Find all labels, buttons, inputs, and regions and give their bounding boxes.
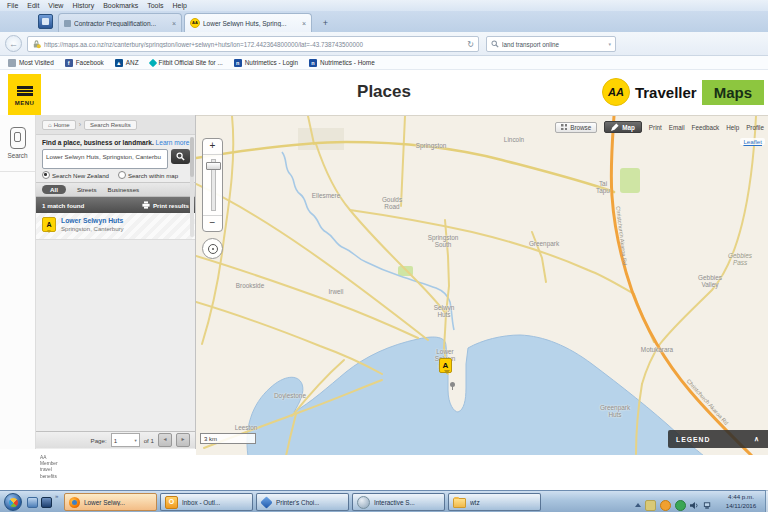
- menu-bookmarks[interactable]: Bookmarks: [103, 2, 138, 9]
- tray-green-icon[interactable]: [675, 500, 686, 511]
- pinned-app-icon[interactable]: [38, 14, 53, 29]
- zoom-out-button[interactable]: −: [203, 215, 222, 231]
- profile-link[interactable]: Profile: [746, 124, 764, 131]
- network-icon[interactable]: [703, 496, 712, 512]
- taskbar-interactive-button[interactable]: Interactive S...: [352, 493, 445, 511]
- taskbar-folder-button[interactable]: wtz: [448, 493, 541, 511]
- radio-search-nz[interactable]: Search New Zealand: [42, 171, 109, 179]
- taskbar-firefox-button[interactable]: Lower Selwy...: [64, 493, 157, 511]
- tab-businesses[interactable]: Businesses: [108, 186, 140, 193]
- search-button[interactable]: [171, 149, 190, 164]
- browse-toggle-button[interactable]: Browse: [555, 122, 597, 133]
- bookmark-nutrimetics-home[interactable]: n Nutrimetics - Home: [309, 59, 375, 67]
- bookmark-nutrimetics-login[interactable]: n Nutrimetics - Login: [234, 59, 298, 67]
- learn-more-link[interactable]: Learn more: [156, 139, 190, 146]
- pager-next-button[interactable]: ▸: [176, 433, 190, 447]
- tab-lower-selwyn-huts[interactable]: AA Lower Selwyn Huts, Spring... ×: [184, 13, 312, 32]
- search-dropdown-icon[interactable]: ▾: [608, 41, 611, 47]
- search-sidebar: ⌂ Home › Search Results Find a place, bu…: [36, 115, 196, 449]
- tab-all[interactable]: All: [42, 185, 66, 194]
- desktop: File Edit View History Bookmarks Tools H…: [0, 0, 768, 512]
- aa-member-benefits-tab[interactable]: AA Member travel benefits: [36, 450, 82, 490]
- tab-contractor-prequalification[interactable]: Contractor Prequalification... ×: [58, 13, 182, 32]
- map-toggle-button[interactable]: Map: [604, 121, 642, 133]
- map-canvas[interactable]: Springston Lincoln Tai Tapu Ellesmere Go…: [196, 115, 768, 455]
- map-label: Goulds Road: [378, 196, 406, 211]
- bookmark-facebook[interactable]: f Facebook: [65, 59, 104, 67]
- map-graphics: [196, 116, 768, 455]
- taskbar-printers-choice-button[interactable]: Printer's Choi...: [256, 493, 349, 511]
- help-link[interactable]: Help: [726, 124, 739, 131]
- search-input[interactable]: Lower Selwyn Huts, Springston, Canterbu: [42, 149, 168, 169]
- search-panel-icon[interactable]: [10, 127, 26, 149]
- bookmark-fitbit[interactable]: Fitbit Official Site for ...: [150, 59, 223, 66]
- menu-tools[interactable]: Tools: [147, 2, 163, 9]
- menu-help[interactable]: Help: [173, 2, 187, 9]
- tray-orange-icon[interactable]: [660, 500, 671, 511]
- volume-icon[interactable]: [690, 496, 699, 512]
- tab2-title: Lower Selwyn Huts, Spring...: [203, 20, 299, 27]
- quick-launch-icon-1[interactable]: [27, 497, 38, 508]
- legend-bar[interactable]: LEGEND ∧: [668, 430, 768, 448]
- browser-navbar: ← https://maps.aa.co.nz/nz/canterbury/sp…: [0, 32, 768, 56]
- feedback-link[interactable]: Feedback: [692, 124, 720, 131]
- outlook-icon: O: [165, 496, 178, 509]
- back-button[interactable]: ←: [5, 35, 22, 52]
- sidebar-scrollbar[interactable]: [190, 137, 194, 237]
- bookmarks-bar: Most Visited f Facebook ▲ ANZ Fitbit Off…: [0, 56, 768, 70]
- sidebar-search-row: Lower Selwyn Huts, Springston, Canterbu: [42, 149, 190, 165]
- tab-streets[interactable]: Streets: [77, 186, 97, 193]
- page-header: MENU Places AA Traveller Maps: [0, 70, 768, 115]
- quick-launch-overflow-icon[interactable]: »: [55, 493, 58, 499]
- aa-map-marker[interactable]: A: [439, 358, 452, 373]
- zoom-slider-handle[interactable]: [206, 162, 221, 170]
- find-label: Find a place, business or landmark. Lear…: [42, 139, 190, 146]
- result-title-link[interactable]: Lower Selwyn Huts: [61, 217, 124, 224]
- map-label: Gebbies Pass: [724, 252, 756, 267]
- show-hidden-icons[interactable]: [635, 500, 641, 507]
- taskbar-outlook-button[interactable]: O Inbox - Outl...: [160, 493, 253, 511]
- bookmark-anz[interactable]: ▲ ANZ: [115, 59, 139, 67]
- menu-file[interactable]: File: [7, 2, 18, 9]
- tab2-close-icon[interactable]: ×: [302, 20, 306, 27]
- firefox-icon: [69, 497, 80, 508]
- menu-edit[interactable]: Edit: [27, 2, 39, 9]
- browser-tabbar: Contractor Prequalification... × AA Lowe…: [0, 11, 768, 32]
- tab1-favicon: [64, 20, 71, 27]
- reload-icon[interactable]: ↻: [467, 40, 474, 49]
- breadcrumb-search-results[interactable]: Search Results: [84, 120, 137, 130]
- menu-view[interactable]: View: [48, 2, 63, 9]
- start-button[interactable]: [4, 493, 22, 511]
- taskbar-clock[interactable]: 4:44 p.m. 14/11/2016: [716, 493, 766, 511]
- pager-prev-button[interactable]: ◂: [158, 433, 172, 447]
- search-icon: [491, 40, 499, 48]
- leaflet-attribution[interactable]: Leaflet: [740, 138, 765, 145]
- brand-logo: AA Traveller Maps: [602, 78, 764, 106]
- bookmark-most-visited[interactable]: Most Visited: [8, 59, 54, 67]
- print-link[interactable]: Print: [649, 124, 662, 131]
- zoom-slider[interactable]: [203, 155, 222, 215]
- tray-notes-icon[interactable]: [645, 500, 656, 511]
- radio-search-within-map[interactable]: Search within map: [118, 171, 178, 179]
- search-scope-radios: Search New Zealand Search within map: [42, 171, 192, 179]
- browser-search-box[interactable]: land transport online ▾: [486, 36, 616, 52]
- search-panel-label[interactable]: Search: [0, 152, 35, 159]
- folder-icon: [453, 498, 466, 508]
- printer-icon: [142, 201, 150, 209]
- search-result-item[interactable]: A Lower Selwyn Huts Springston, Canterbu…: [36, 213, 195, 240]
- breadcrumb-home[interactable]: ⌂ Home: [42, 120, 76, 130]
- fitbit-icon: [148, 58, 156, 66]
- map-label: Springston: [414, 142, 448, 149]
- print-results-button[interactable]: Print results: [142, 201, 189, 209]
- new-tab-button[interactable]: +: [318, 16, 333, 30]
- page-select[interactable]: 1 ▾: [111, 433, 140, 447]
- tab1-close-icon[interactable]: ×: [172, 20, 176, 27]
- menu-history[interactable]: History: [72, 2, 94, 9]
- quick-launch-icon-2[interactable]: [41, 497, 52, 508]
- locate-button[interactable]: [202, 238, 223, 259]
- zoom-in-button[interactable]: +: [203, 139, 222, 155]
- email-link[interactable]: Email: [669, 124, 685, 131]
- map-label: Springston South: [424, 234, 462, 249]
- rail-divider: [0, 171, 35, 172]
- url-bar[interactable]: https://maps.aa.co.nz/nz/canterbury/spri…: [27, 36, 479, 52]
